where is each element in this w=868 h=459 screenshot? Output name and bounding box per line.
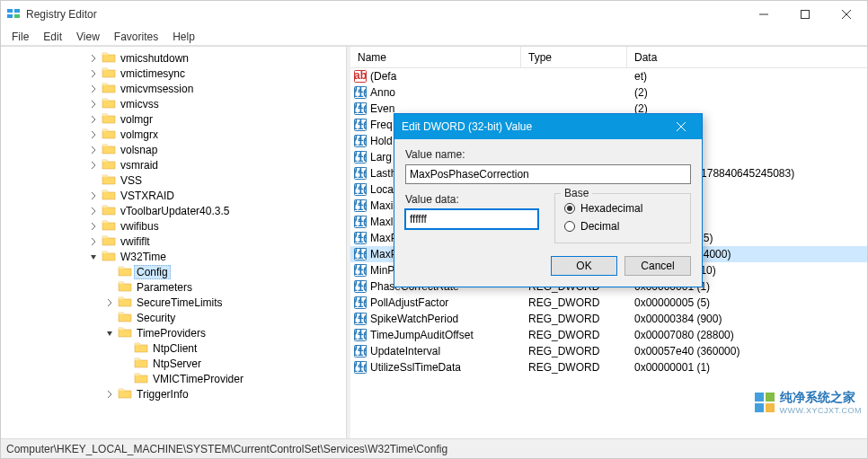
tree-node[interactable]: NtpClient [4,340,346,356]
tree-label: vwifibus [118,220,162,233]
tree-node[interactable]: volmgrx [4,127,346,142]
menu-view[interactable]: View [69,29,107,45]
value-type: REG_DWORD [521,329,627,341]
tree-label: vsmraid [118,159,161,172]
tree-node[interactable]: Config [4,264,346,279]
menu-favorites[interactable]: Favorites [107,29,165,45]
tree-node[interactable]: volmgr [4,111,346,127]
string-icon [354,70,367,83]
tree-node[interactable]: vmicvss [4,96,346,111]
folder-icon [102,50,116,66]
radio-dec[interactable]: Decimal [564,217,681,235]
menu-help[interactable]: Help [165,29,202,45]
tree-label: vToolbarUpdater40.3.5 [118,205,232,217]
chevron-right-icon[interactable] [87,52,100,65]
tree-node[interactable]: W32Time [4,249,346,264]
value-row[interactable]: UpdateIntervalREG_DWORD0x00057e40 (36000… [350,343,867,359]
value-data-input[interactable] [405,209,538,229]
value-data-label: Value data: [405,193,538,206]
value-name: Hold [370,135,393,147]
tree-node[interactable]: VSTXRAID [4,188,346,203]
value-name: Larg [370,151,392,163]
dword-icon [354,167,367,180]
tree-node[interactable]: vwifibus [4,218,346,234]
dword-icon [354,102,367,115]
column-name[interactable]: Name [350,47,521,67]
tree-node[interactable]: vmictimesync [4,66,346,81]
value-name-input[interactable] [405,164,691,184]
expander-none [120,342,132,355]
value-row[interactable]: Anno(2) [350,84,867,101]
ok-button[interactable]: OK [551,256,617,276]
tree-node[interactable]: VSS [4,172,346,188]
value-name: Loca [370,183,394,196]
tree-node[interactable]: volsnap [4,142,346,157]
chevron-right-icon[interactable] [87,144,100,156]
folder-icon [102,203,116,218]
value-row[interactable]: SpikeWatchPeriodREG_DWORD0x00000384 (900… [350,311,867,327]
value-row[interactable]: TimeJumpAuditOffsetREG_DWORD0x00007080 (… [350,327,867,343]
chevron-down-icon[interactable] [87,251,100,263]
tree-node[interactable]: SecureTimeLimits [4,295,346,310]
minimize-button[interactable] [743,1,784,28]
svg-rect-1 [14,9,20,13]
menu-file[interactable]: File [4,29,36,45]
column-data[interactable]: Data [627,47,867,67]
chevron-right-icon[interactable] [103,296,116,309]
radio-hex[interactable]: Hexadecimal [564,199,681,217]
maximize-icon [801,10,810,19]
tree-label: TriggerInfo [134,388,191,401]
chevron-right-icon[interactable] [87,83,100,95]
chevron-right-icon[interactable] [87,67,100,80]
tree-node[interactable]: vToolbarUpdater40.3.5 [4,203,346,218]
tree-label: vmicvmsession [118,83,196,95]
value-name: (Defa [370,70,396,83]
radio-hex-label: Hexadecimal [580,202,642,215]
tree-pane[interactable]: vmicshutdownvmictimesyncvmicvmsessionvmi… [1,47,347,438]
chevron-right-icon[interactable] [87,220,100,233]
chevron-right-icon[interactable] [87,98,100,110]
svg-rect-5 [802,11,810,19]
chevron-right-icon[interactable] [87,128,100,141]
tree-node[interactable]: vmicvmsession [4,81,346,96]
chevron-right-icon[interactable] [87,113,100,126]
dword-icon [354,264,367,277]
cancel-button[interactable]: Cancel [624,256,691,276]
folder-icon [102,157,116,172]
edit-dword-dialog: Edit DWORD (32-bit) Value Value name: Va… [394,113,703,287]
expander-none [120,373,132,385]
dialog-close-button[interactable] [668,114,695,139]
folder-icon [134,371,148,386]
chevron-right-icon[interactable] [87,190,100,202]
tree-node[interactable]: NtpServer [4,356,346,371]
tree-node[interactable]: VMICTimeProvider [4,371,346,386]
column-type[interactable]: Type [521,47,627,67]
value-name: Freq [370,119,393,131]
chevron-right-icon[interactable] [87,235,100,248]
value-row[interactable]: PollAdjustFactorREG_DWORD0x00000005 (5) [350,295,867,311]
menu-edit[interactable]: Edit [36,29,69,45]
tree-node[interactable]: Parameters [4,279,346,295]
value-row[interactable]: UtilizeSslTimeDataREG_DWORD0x00000001 (1… [350,359,867,375]
tree-node[interactable]: TimeProviders [4,325,346,340]
tree-node[interactable]: Security [4,310,346,325]
close-button[interactable] [826,1,867,28]
tree-node[interactable]: vwififlt [4,234,346,249]
value-row[interactable]: (Defaet) [350,68,867,84]
value-data: 0x00000001 (1) [627,361,867,374]
maximize-button[interactable] [784,1,826,28]
tree-node[interactable]: vmicshutdown [4,50,346,66]
chevron-right-icon[interactable] [87,205,100,217]
minimize-icon [759,10,768,19]
folder-icon [102,81,116,96]
chevron-right-icon[interactable] [87,159,100,172]
dialog-titlebar[interactable]: Edit DWORD (32-bit) Value [394,114,702,139]
folder-icon [102,111,116,127]
chevron-right-icon[interactable] [103,388,116,401]
value-data: 0x00057e40 (360000) [627,345,867,357]
value-name: TimeJumpAuditOffset [370,329,474,341]
chevron-down-icon[interactable] [103,327,116,340]
tree-node[interactable]: vsmraid [4,157,346,172]
tree-node[interactable]: TriggerInfo [4,386,346,402]
tree-label: W32Time [118,251,169,263]
